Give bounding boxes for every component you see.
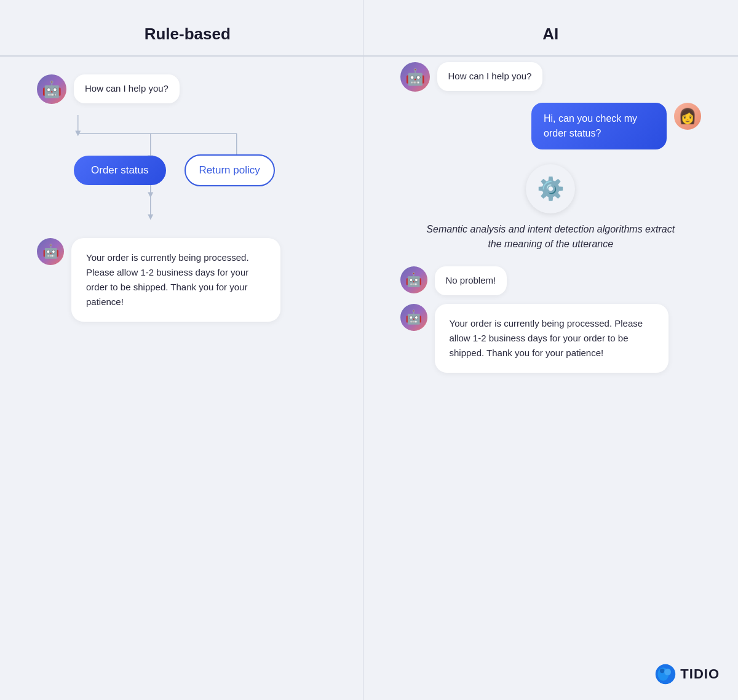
left-greeting-row: 🤖 How can I help you? — [37, 74, 338, 104]
return-policy-button[interactable]: Return policy — [184, 154, 275, 186]
user-message-bubble: Hi, can you check my order status? — [531, 103, 667, 149]
right-greeting-row: 🤖 How can I help you? — [400, 62, 702, 92]
left-content: 🤖 How can I help you? — [37, 62, 338, 322]
bot-reply2-area: 🤖 Your order is currently being processe… — [400, 304, 702, 373]
bot-avatar-right-bottom: 🤖 — [400, 304, 427, 331]
main-container: Rule-based 🤖 How can I help you? — [0, 0, 738, 700]
left-greeting-bubble: How can I help you? — [74, 74, 180, 103]
gear-icon: ⚙️ — [537, 176, 565, 202]
user-message-row: 👩 Hi, can you check my order status? — [400, 103, 702, 149]
svg-point-9 — [665, 669, 672, 675]
horizontal-divider — [0, 55, 738, 57]
flow-lines-svg-2 — [37, 186, 338, 229]
bot-avatar-left-bottom: 🤖 — [37, 238, 64, 265]
left-response-card: Your order is currently being processed.… — [71, 238, 280, 322]
tidio-logo-icon — [654, 663, 676, 685]
bot-avatar-right-top: 🤖 — [400, 62, 430, 92]
tidio-logo: TIDIO — [654, 663, 720, 685]
order-status-button[interactable]: Order status — [74, 156, 166, 185]
gear-circle: ⚙️ — [526, 164, 575, 213]
bot-reply2-card: Your order is currently being processed.… — [435, 304, 669, 373]
bot-reply1-row: 🤖 No problem! — [400, 266, 702, 295]
user-avatar: 👩 — [674, 103, 701, 130]
bot-avatar-left-top: 🤖 — [37, 74, 66, 104]
semantic-text: Semantic analysis and intent detection a… — [421, 222, 680, 252]
right-panel-header: AI — [400, 25, 702, 44]
left-panel-header: Rule-based — [37, 25, 338, 44]
svg-point-10 — [660, 669, 664, 673]
bot-avatar-right-mid: 🤖 — [400, 266, 427, 293]
left-response-area: 🤖 Your order is currently being processe… — [37, 238, 338, 322]
left-panel: Rule-based 🤖 How can I help you? — [0, 0, 363, 700]
right-greeting-bubble: How can I help you? — [437, 62, 543, 91]
semantic-section: ⚙️ Semantic analysis and intent detectio… — [400, 164, 702, 252]
bot-reply1-bubble: No problem! — [435, 266, 507, 295]
flow-diagram: Order status Return policy — [37, 115, 338, 232]
right-panel: AI 🤖 How can I help you? 👩 Hi, can you c… — [363, 0, 739, 700]
tidio-brand-name: TIDIO — [680, 666, 720, 682]
